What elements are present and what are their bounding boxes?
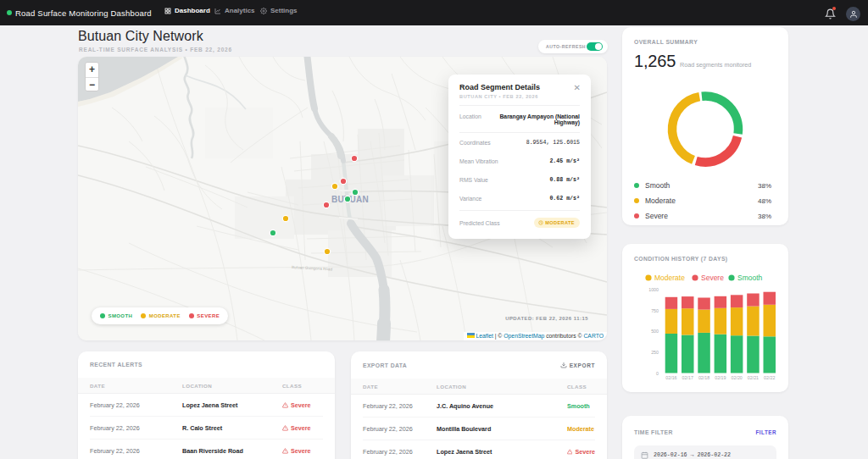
svg-text:02/16: 02/16 bbox=[665, 375, 676, 380]
svg-text:0: 0 bbox=[656, 371, 659, 376]
svg-text:500: 500 bbox=[651, 329, 659, 334]
svg-text:02/20: 02/20 bbox=[732, 375, 743, 380]
svg-text:02/18: 02/18 bbox=[698, 375, 709, 380]
svg-text:250: 250 bbox=[651, 350, 659, 355]
svg-text:Moderate: Moderate bbox=[654, 274, 685, 282]
svg-text:02/17: 02/17 bbox=[682, 375, 693, 380]
svg-text:1000: 1000 bbox=[648, 287, 659, 292]
svg-text:750: 750 bbox=[651, 308, 659, 313]
svg-text:Smooth: Smooth bbox=[737, 274, 763, 282]
svg-text:02/21: 02/21 bbox=[748, 375, 759, 380]
svg-text:02/22: 02/22 bbox=[764, 375, 775, 380]
svg-text:Severe: Severe bbox=[701, 274, 724, 282]
svg-text:02/19: 02/19 bbox=[715, 375, 726, 380]
